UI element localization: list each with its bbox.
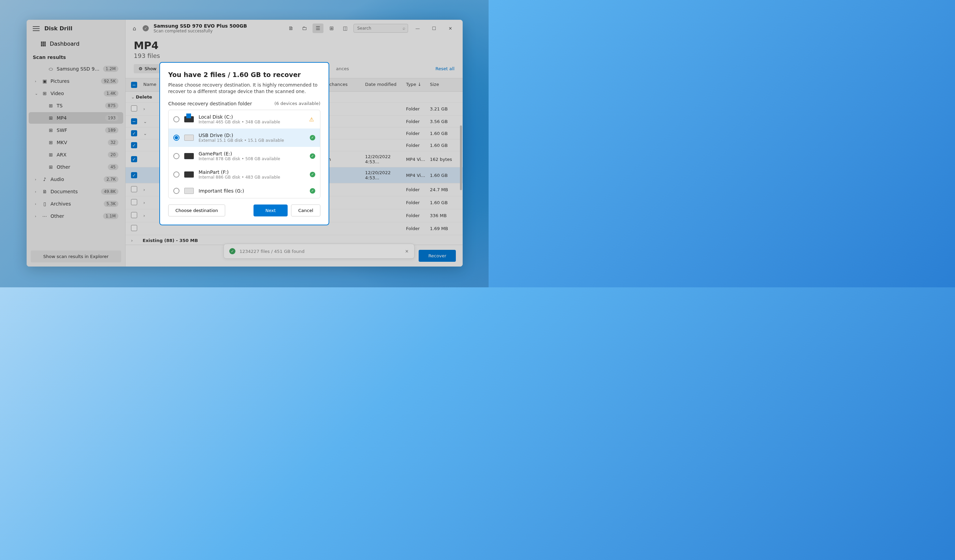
choose-destination-button[interactable]: Choose destination: [168, 204, 225, 217]
recovery-destination-modal: You have 2 files / 1.60 GB to recover Pl…: [159, 62, 329, 225]
check-icon: ✓: [310, 135, 315, 140]
radio-button[interactable]: [173, 188, 180, 194]
radio-button[interactable]: [173, 172, 180, 178]
device-list[interactable]: Local Disk (C:)Internal 465 GB disk • 34…: [168, 110, 320, 198]
drive-icon: [184, 153, 194, 159]
device-option[interactable]: GamePart (E:)Internal 878 GB disk • 508 …: [169, 147, 320, 165]
usb-drive-icon: [184, 135, 194, 141]
cancel-button[interactable]: Cancel: [291, 204, 320, 217]
device-option[interactable]: Important files (G:) ✓: [169, 184, 320, 198]
warning-icon: ⚠: [309, 116, 315, 122]
device-count: (6 devices available): [274, 101, 320, 106]
radio-button[interactable]: [173, 153, 180, 159]
modal-overlay: You have 2 files / 1.60 GB to recover Pl…: [0, 0, 488, 287]
modal-title: You have 2 files / 1.60 GB to recover: [168, 71, 320, 78]
modal-description: Please choose recovery destination. It i…: [168, 82, 320, 95]
radio-button[interactable]: [173, 116, 180, 122]
device-option[interactable]: USB Drive (D:)External 15.1 GB disk • 15…: [169, 128, 320, 147]
check-icon: ✓: [310, 188, 315, 193]
device-option[interactable]: Local Disk (C:)Internal 465 GB disk • 34…: [169, 110, 320, 128]
check-icon: ✓: [310, 153, 315, 159]
drive-icon: [184, 172, 194, 178]
windows-drive-icon: [184, 116, 194, 122]
next-button[interactable]: Next: [254, 204, 288, 217]
drive-icon: [184, 188, 194, 194]
radio-button[interactable]: [173, 135, 180, 141]
check-icon: ✓: [310, 172, 315, 177]
modal-subheading: Choose recovery destination folder: [168, 101, 252, 106]
device-option[interactable]: MainPart (F:)Internal 886 GB disk • 483 …: [169, 165, 320, 184]
